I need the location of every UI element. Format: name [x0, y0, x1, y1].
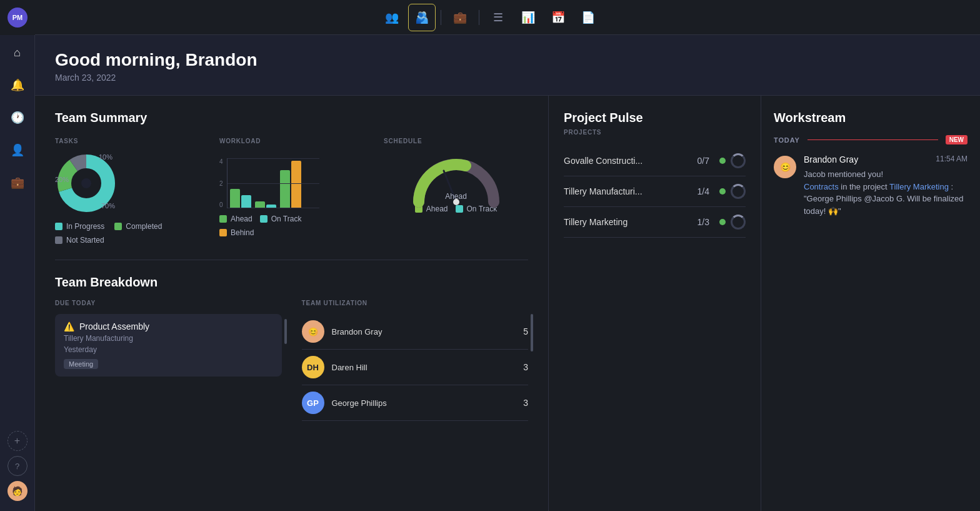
top-nav-briefcase[interactable]: 💼 [446, 4, 474, 31]
due-item-sub2: Yesterday [64, 345, 273, 354]
ws-name-1: Brandon Gray [804, 154, 858, 164]
top-nav-list[interactable]: ☰ [484, 4, 512, 31]
due-today-list: ⚠️ Product Assembly Tillery Manufacturin… [55, 314, 282, 377]
bar-chart-area [227, 158, 319, 208]
avatar-george: GP [302, 392, 324, 414]
bar-behind-3 [291, 161, 301, 208]
team-summary-title: Team Summary [55, 111, 528, 125]
gauge-wrap: Ahead [409, 152, 503, 202]
bar-group-2 [255, 201, 276, 208]
project-row-1[interactable]: Govalle Constructi... 0/7 [564, 146, 746, 176]
gauge-label-ahead: Ahead [445, 192, 467, 201]
on-track-label: On Track [271, 215, 302, 223]
projects-label: PROJECTS [564, 129, 746, 136]
sidebar-item-briefcase[interactable]: 💼 [5, 170, 30, 195]
alert-icon: ⚠️ [64, 321, 74, 331]
legend-on-track: On Track [260, 215, 302, 223]
legend-in-progress-label: In Progress [66, 222, 104, 231]
not-started-dot [55, 236, 62, 244]
legend-completed: Completed [114, 222, 162, 231]
top-nav-document[interactable]: 📄 [574, 4, 602, 31]
logo-icon: PM [8, 8, 28, 28]
daren-name: Daren Hill [332, 363, 516, 372]
top-nav-chart[interactable]: 📊 [514, 4, 542, 31]
project-loader-3 [731, 215, 746, 230]
bar-ontrack-2 [266, 205, 276, 208]
due-today-col: DUE TODAY ⚠️ Product Assembly Tillery Ma… [55, 300, 282, 421]
george-name: George Phillips [332, 398, 516, 408]
daren-count: 3 [523, 362, 528, 372]
sidebar-user-avatar[interactable]: 🧑 [8, 481, 28, 501]
pie-label-10: 10% [99, 153, 112, 161]
gauge-container: Ahead Ahead On Track [384, 152, 528, 213]
project-dot-1 [719, 158, 726, 164]
sidebar-item-people[interactable]: 👤 [5, 138, 30, 163]
util-item-brandon[interactable]: 😊 Brandon Gray 5 [302, 314, 529, 350]
page-date: March 23, 2022 [55, 73, 960, 83]
brandon-name: Brandon Gray [332, 327, 516, 336]
util-scrollbar-thumb [531, 314, 533, 352]
legend-ahead: Ahead [219, 215, 252, 223]
util-item-george[interactable]: GP George Phillips 3 [302, 385, 529, 421]
legend-not-started: Not Started [55, 236, 104, 245]
top-nav-items: 👥 🫂 💼 ☰ 📊 📅 📄 [378, 4, 602, 31]
ws-connector: in the project [841, 182, 889, 191]
project-dot-3 [719, 219, 726, 225]
today-line [808, 139, 938, 140]
pie-container: 10% 20% 70% In Progress [55, 152, 199, 245]
content-area: Good morning, Brandon March 23, 2022 Tea… [35, 35, 980, 511]
top-nav-people[interactable]: 👥 [378, 4, 406, 31]
metrics-row: TASKS [55, 138, 528, 245]
ws-time-1: 11:54 AM [936, 154, 968, 163]
utilization-list: 😊 Brandon Gray 5 DH Daren Hill 3 [302, 314, 529, 421]
pie-label-70: 70% [101, 202, 115, 210]
top-nav-team[interactable]: 🫂 [408, 4, 436, 31]
behind-label: Behind [231, 228, 254, 237]
workload-label: WORKLOAD [219, 138, 364, 144]
project-loader-2 [731, 184, 746, 199]
app-logo[interactable]: PM [0, 0, 35, 35]
sidebar-add-button[interactable]: + [8, 431, 28, 451]
util-item-daren[interactable]: DH Daren Hill 3 [302, 350, 529, 385]
ws-content-1: Brandon Gray 11:54 AM Jacob mentioned yo… [804, 154, 968, 217]
sidebar-help-button[interactable]: ? [8, 456, 28, 476]
sidebar-item-clock[interactable]: 🕐 [5, 105, 30, 130]
sidebar-item-notifications[interactable]: 🔔 [5, 73, 30, 98]
workstream-title: Workstream [774, 111, 968, 125]
project-pulse-column: Project Pulse PROJECTS Govalle Construct… [549, 96, 761, 511]
due-item-tag: Meeting [64, 359, 98, 369]
ws-link-contracts[interactable]: Contracts [804, 182, 839, 191]
project-row-2[interactable]: Tillery Manufacturi... 1/4 [564, 176, 746, 207]
grid-line-bot [228, 208, 319, 208]
y-axis: 4 2 0 [219, 158, 223, 208]
workload-legend: Ahead On Track Behind [219, 215, 319, 237]
project-count-1: 0/7 [698, 156, 709, 166]
ws-mentioned: Jacob mentioned you! [804, 169, 883, 179]
tasks-block: TASKS [55, 138, 199, 245]
due-item-title: ⚠️ Product Assembly [64, 321, 273, 331]
workload-block: WORKLOAD 4 2 0 [219, 138, 364, 245]
sidebar-item-home[interactable]: ⌂ [5, 40, 30, 65]
util-scrollbar [531, 314, 533, 421]
today-label: TODAY [774, 136, 800, 144]
pie-label-20: 20% [55, 176, 69, 183]
project-row-3[interactable]: Tillery Marketing 1/3 [564, 207, 746, 238]
section-divider [55, 260, 528, 260]
avatar-brandon: 😊 [302, 320, 324, 343]
bar-group-3 [280, 161, 301, 208]
ahead-label: Ahead [231, 215, 252, 223]
ws-avatar-brandon: 😊 [774, 156, 796, 178]
columns: Team Summary TASKS [35, 96, 980, 511]
ws-link-tillery[interactable]: Tillery Marketing [889, 182, 949, 191]
bar-group-1 [230, 189, 251, 208]
sidebar-bottom: + ? 🧑 [8, 431, 28, 501]
bar-ontrack-1 [241, 195, 251, 208]
page-title: Good morning, Brandon [55, 50, 960, 70]
project-name-2: Tillery Manufacturi... [564, 186, 692, 196]
ws-header-1: Brandon Gray 11:54 AM [804, 154, 968, 164]
due-item-1[interactable]: ⚠️ Product Assembly Tillery Manufacturin… [55, 314, 282, 377]
brandon-count: 5 [523, 326, 528, 336]
george-count: 3 [523, 398, 528, 408]
top-nav-calendar[interactable]: 📅 [544, 4, 572, 31]
legend-not-started-label: Not Started [66, 236, 104, 245]
